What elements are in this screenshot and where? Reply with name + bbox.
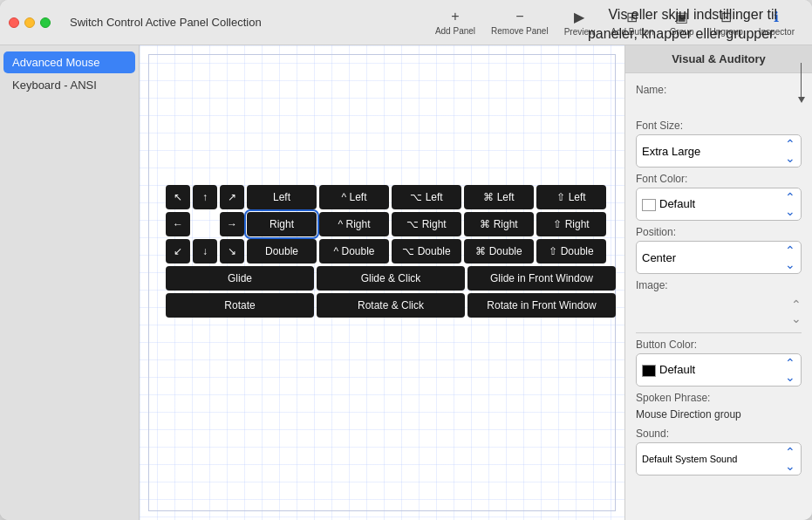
btn-cmd-right[interactable]: ⌘ Right: [464, 212, 534, 236]
btn-nw-arrow[interactable]: ↖: [166, 185, 190, 209]
btn-shift-double[interactable]: ⇧ Double: [536, 239, 606, 263]
spoken-phrase-value: Mouse Direction group: [636, 407, 802, 422]
btn-se-arrow[interactable]: ↘: [220, 239, 244, 263]
main-content: Advanced Mouse Keyboard - ANSI ↖ ↑ ↗ Lef…: [0, 45, 812, 520]
btn-sw-arrow[interactable]: ↙: [166, 239, 190, 263]
inspector-panel: Visual & Auditory Name: Font Size: Extra…: [624, 45, 812, 520]
btn-e-arrow[interactable]: →: [220, 212, 244, 236]
btn-opt-right[interactable]: ⌥ Right: [392, 212, 461, 236]
btn-shift-right[interactable]: ⇧ Right: [536, 212, 606, 236]
add-panel-label: Add Panel: [435, 26, 475, 36]
button-row-1: ↖ ↑ ↗ Left ^ Left ⌥ Left ⌘ Left ⇧ Left: [166, 185, 616, 209]
sound-value: Default System Sound: [642, 454, 737, 464]
button-color-select[interactable]: Default ⌃⌄: [636, 353, 802, 387]
btn-n-arrow[interactable]: ↑: [193, 185, 217, 209]
spoken-phrase-label: Spoken Phrase:: [636, 392, 802, 404]
image-chevron-icon: ⌃⌄: [791, 298, 802, 325]
sidebar: Advanced Mouse Keyboard - ANSI: [0, 45, 140, 520]
btn-w-arrow[interactable]: ←: [166, 212, 190, 236]
btn-cmd-double[interactable]: ⌘ Double: [464, 239, 534, 263]
font-size-select[interactable]: Extra Large ⌃⌄: [636, 134, 802, 168]
btn-right[interactable]: Right: [247, 212, 317, 236]
btn-glide-front[interactable]: Glide in Front Window: [467, 266, 616, 291]
btn-rotate[interactable]: Rotate: [166, 293, 314, 318]
btn-ctrl-right[interactable]: ^ Right: [319, 212, 389, 236]
inspector-header: Visual & Auditory: [625, 45, 812, 73]
maximize-button[interactable]: [40, 17, 51, 28]
btn-glide[interactable]: Glide: [166, 266, 314, 291]
btn-double[interactable]: Double: [247, 239, 317, 263]
position-select[interactable]: Center ⌃⌄: [636, 241, 802, 274]
btn-glide-click[interactable]: Glide & Click: [317, 266, 465, 291]
btn-ctrl-left[interactable]: ^ Left: [319, 185, 389, 209]
traffic-lights: [9, 17, 51, 28]
button-color-label: Button Color:: [636, 339, 802, 351]
button-color-chevron: ⌃⌄: [785, 356, 795, 384]
canvas-area[interactable]: ↖ ↑ ↗ Left ^ Left ⌥ Left ⌘ Left ⇧ Left ←…: [140, 45, 624, 520]
window-title: Switch Control Active Panel Collection: [70, 16, 262, 29]
btn-ctrl-double[interactable]: ^ Double: [319, 239, 389, 263]
image-area: ⌃⌄: [636, 294, 802, 329]
minimize-button[interactable]: [24, 17, 35, 28]
inspector-content: Name: Font Size: Extra Large ⌃⌄ Font Col…: [625, 73, 812, 481]
font-color-chevron: ⌃⌄: [785, 190, 795, 218]
add-panel-button[interactable]: + Add Panel: [435, 9, 475, 36]
btn-left[interactable]: Left: [247, 185, 317, 209]
font-size-label: Font Size:: [636, 120, 802, 132]
sidebar-item-advanced-mouse[interactable]: Advanced Mouse: [3, 51, 135, 73]
font-color-label: Font Color:: [636, 173, 802, 185]
font-color-value: Default: [659, 197, 695, 210]
btn-opt-left[interactable]: ⌥ Left: [392, 185, 461, 209]
tooltip-line: [801, 63, 802, 98]
sidebar-item-keyboard-ansi[interactable]: Keyboard - ANSI: [3, 74, 135, 96]
buttons-container: ↖ ↑ ↗ Left ^ Left ⌥ Left ⌘ Left ⇧ Left ←…: [166, 185, 616, 318]
btn-opt-double[interactable]: ⌥ Double: [392, 239, 461, 263]
position-value: Center: [642, 251, 676, 264]
btn-s-arrow[interactable]: ↓: [193, 239, 217, 263]
button-row-4: Glide Glide & Click Glide in Front Windo…: [166, 266, 616, 291]
btn-ne-arrow[interactable]: ↗: [220, 185, 244, 209]
sound-label: Sound:: [636, 428, 802, 440]
image-label: Image:: [636, 279, 802, 291]
button-row-2: ← → Right ^ Right ⌥ Right ⌘ Right ⇧ Righ…: [166, 212, 616, 236]
btn-cmd-left[interactable]: ⌘ Left: [464, 185, 534, 209]
name-label: Name:: [636, 84, 802, 96]
button-color-value: Default: [659, 363, 695, 376]
position-chevron: ⌃⌄: [785, 243, 795, 271]
button-color-swatch: [642, 365, 656, 377]
btn-rotate-front[interactable]: Rotate in Front Window: [467, 293, 616, 318]
sound-select[interactable]: Default System Sound ⌃⌄: [636, 442, 802, 476]
font-size-value: Extra Large: [642, 145, 700, 158]
divider-1: [636, 332, 802, 333]
font-color-select[interactable]: Default ⌃⌄: [636, 188, 802, 221]
font-size-chevron: ⌃⌄: [785, 137, 795, 165]
position-label: Position:: [636, 226, 802, 238]
btn-shift-left[interactable]: ⇧ Left: [536, 185, 606, 209]
tooltip-box: Vis eller skjul indstillinger til panele…: [515, 5, 777, 44]
tooltip-text: Vis eller skjul indstillinger til panele…: [588, 7, 777, 41]
btn-rotate-click[interactable]: Rotate & Click: [317, 293, 465, 318]
button-row-3: ↙ ↓ ↘ Double ^ Double ⌥ Double ⌘ Double …: [166, 239, 616, 263]
add-panel-icon: +: [451, 9, 459, 24]
main-window: Vis eller skjul indstillinger til panele…: [0, 0, 812, 520]
close-button[interactable]: [9, 17, 19, 28]
font-color-swatch: [642, 199, 656, 211]
button-row-5: Rotate Rotate & Click Rotate in Front Wi…: [166, 293, 616, 318]
sound-chevron: ⌃⌄: [785, 445, 795, 473]
